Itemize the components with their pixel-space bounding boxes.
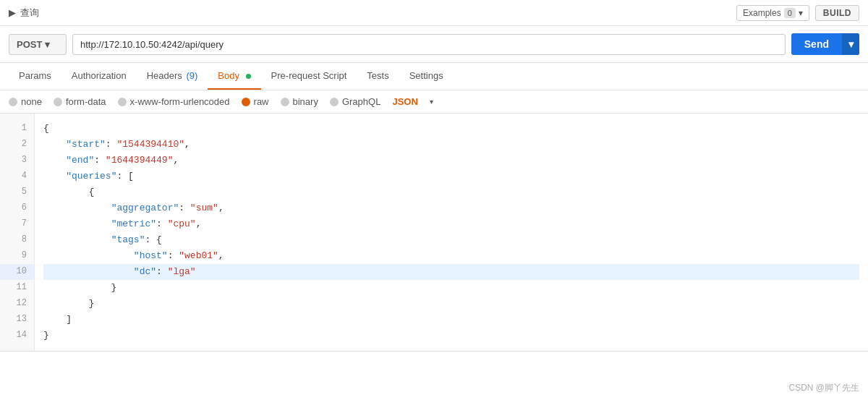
tab-authorization[interactable]: Authorization xyxy=(61,63,137,90)
tab-pre-request-label: Pre-request Script xyxy=(271,70,347,81)
line-num-9: 9 xyxy=(0,248,34,264)
chevron-down-icon: ▾ xyxy=(799,8,803,18)
tabs-bar: Params Authorization Headers (9) Body Pr… xyxy=(0,63,868,90)
json-dropdown-arrow[interactable]: ▾ xyxy=(430,98,433,106)
line-num-1: 1 xyxy=(0,121,34,137)
radio-none-label: none xyxy=(21,96,42,107)
code-line-14: } xyxy=(43,328,859,344)
tab-tests[interactable]: Tests xyxy=(357,63,399,90)
line-num-8: 8 xyxy=(0,232,34,248)
radio-none-circle xyxy=(9,98,17,106)
code-line-6: "aggregator": "sum", xyxy=(43,200,859,216)
tab-body[interactable]: Body xyxy=(208,63,260,90)
code-line-11: } xyxy=(43,280,859,296)
line-num-6: 6 xyxy=(0,200,34,216)
json-label[interactable]: JSON xyxy=(392,96,417,107)
tab-tests-label: Tests xyxy=(367,70,388,81)
method-label: POST xyxy=(17,39,42,50)
send-button[interactable]: Send ▾ xyxy=(791,33,859,55)
code-line-12: } xyxy=(43,296,859,312)
tab-authorization-label: Authorization xyxy=(72,70,127,81)
code-line-10: "dc": "lga" xyxy=(43,264,859,280)
send-label: Send xyxy=(791,33,842,55)
url-bar: POST ▾ Send ▾ xyxy=(0,26,868,63)
chevron-down-icon: ▾ xyxy=(45,39,50,50)
line-num-10: 10 xyxy=(0,264,34,280)
build-button[interactable]: BUILD xyxy=(815,5,859,21)
tab-params-label: Params xyxy=(19,70,51,81)
examples-button[interactable]: Examples 0 ▾ xyxy=(736,5,809,21)
tab-headers[interactable]: Headers (9) xyxy=(137,63,208,90)
line-num-7: 7 xyxy=(0,216,34,232)
tab-settings[interactable]: Settings xyxy=(399,63,454,90)
radio-form-data-circle xyxy=(54,98,62,106)
radio-none[interactable]: none xyxy=(9,96,42,107)
code-line-3: "end": "1644394449", xyxy=(43,153,859,169)
code-line-13: ] xyxy=(43,312,859,328)
tab-headers-label: Headers xyxy=(147,70,182,81)
radio-urlencoded-circle xyxy=(118,98,127,106)
radio-raw-label: raw xyxy=(254,96,269,107)
code-line-1: { xyxy=(43,121,859,137)
radio-urlencoded[interactable]: x-www-form-urlencoded xyxy=(118,96,230,107)
query-title[interactable]: ▶ 查询 xyxy=(9,7,39,20)
tab-settings-label: Settings xyxy=(409,70,443,81)
radio-binary[interactable]: binary xyxy=(281,96,318,107)
headers-badge: (9) xyxy=(184,70,198,81)
line-num-12: 12 xyxy=(0,296,34,312)
top-bar-actions: Examples 0 ▾ BUILD xyxy=(736,5,859,21)
code-line-7: "metric": "cpu", xyxy=(43,216,859,232)
radio-raw[interactable]: raw xyxy=(242,96,269,107)
code-line-4: "queries": [ xyxy=(43,169,859,184)
radio-urlencoded-label: x-www-form-urlencoded xyxy=(130,96,230,107)
url-input[interactable] xyxy=(72,34,786,55)
code-line-5: { xyxy=(43,184,859,200)
examples-label: Examples xyxy=(743,8,781,18)
send-dropdown-arrow[interactable]: ▾ xyxy=(842,33,859,55)
radio-graphql-label: GraphQL xyxy=(342,96,380,107)
triangle-icon: ▶ xyxy=(9,7,16,18)
line-num-2: 2 xyxy=(0,137,34,153)
line-num-4: 4 xyxy=(0,169,34,184)
radio-form-data-label: form-data xyxy=(66,96,106,107)
radio-graphql-circle xyxy=(330,98,339,106)
body-type-bar: none form-data x-www-form-urlencoded raw… xyxy=(0,90,868,114)
code-line-2: "start": "1544394410", xyxy=(43,137,859,153)
radio-binary-circle xyxy=(281,98,289,106)
tab-body-label: Body xyxy=(218,70,239,81)
tab-pre-request[interactable]: Pre-request Script xyxy=(261,63,357,90)
code-body[interactable]: { "start": "1544394410", "end": "1644394… xyxy=(35,114,868,351)
code-editor: 1 2 3 4 5 6 7 8 9 10 11 12 13 14 { "star… xyxy=(0,114,868,352)
query-label: 查询 xyxy=(20,7,39,20)
line-num-13: 13 xyxy=(0,312,34,328)
radio-raw-circle xyxy=(242,98,250,106)
radio-graphql[interactable]: GraphQL xyxy=(330,96,380,107)
radio-form-data[interactable]: form-data xyxy=(54,96,106,107)
line-num-3: 3 xyxy=(0,153,34,169)
method-selector[interactable]: POST ▾ xyxy=(9,34,67,55)
radio-binary-label: binary xyxy=(293,96,318,107)
line-num-11: 11 xyxy=(0,280,34,296)
code-line-8: "tags": { xyxy=(43,232,859,248)
top-bar: ▶ 查询 Examples 0 ▾ BUILD xyxy=(0,0,868,26)
examples-count: 0 xyxy=(784,8,796,18)
tab-params[interactable]: Params xyxy=(9,63,61,90)
line-num-14: 14 xyxy=(0,328,34,344)
line-numbers: 1 2 3 4 5 6 7 8 9 10 11 12 13 14 xyxy=(0,114,35,351)
body-active-dot xyxy=(246,74,251,79)
code-line-9: "host": "web01", xyxy=(43,248,859,264)
line-num-5: 5 xyxy=(0,184,34,200)
